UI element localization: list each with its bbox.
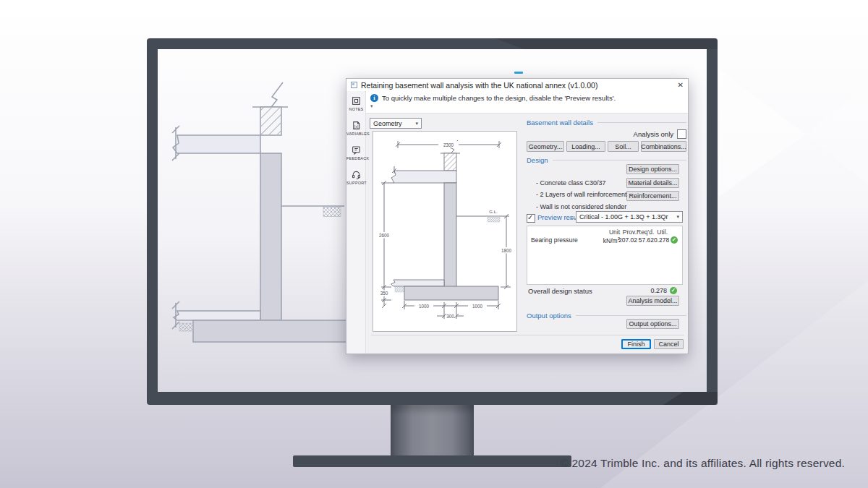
soil-button[interactable]: Soil... <box>608 141 639 152</box>
toolbar-item-variables[interactable]: [x] VARIABLES <box>346 120 366 145</box>
basement-slab <box>174 311 260 320</box>
collapse-chevron-icon[interactable]: ▾ <box>370 103 373 109</box>
side-toolbar: NOTES [x] VARIABLES FEEDBAC <box>346 91 366 354</box>
geometry-button[interactable]: Geometry... <box>527 141 564 152</box>
footing <box>193 320 349 342</box>
soil-hatch <box>395 286 404 292</box>
connector-line <box>570 218 576 219</box>
view-selector-value: Geometry <box>373 120 402 127</box>
section-rule <box>576 315 686 316</box>
section-header-design: Design <box>527 156 686 164</box>
dim-label-left: 2600 <box>379 233 390 238</box>
checkmark-icon: ✓ <box>527 213 533 221</box>
section-header-details: Basement wall details <box>527 119 686 127</box>
geometry-canvas: 2300 2600 1800 350 1000 1000 300 G.L. <box>373 131 517 332</box>
section-rule <box>553 160 686 160</box>
column-header-unit: Unit <box>592 228 620 236</box>
dialog-content: Geometry ▾ <box>366 113 688 354</box>
footing <box>404 286 498 300</box>
pass-status-icon: ✓ <box>671 236 678 244</box>
combination-dropdown[interactable]: Critical - 1.00G + 1.3Q + 1.3Qr ▾ <box>576 211 683 223</box>
svg-text:[x]: [x] <box>354 125 358 129</box>
combinations-button[interactable]: Combinations... <box>641 141 686 152</box>
column-header-util: Util. <box>654 228 668 236</box>
footer-divider <box>371 335 684 335</box>
dim-label-top: 2300 <box>443 142 454 147</box>
variables-icon: [x] <box>351 120 362 131</box>
section-header-text: Basement wall details <box>527 119 593 127</box>
table-row-bearing-pressure: Bearing pressure kN/m2 207.02 57.62 0.27… <box>527 236 682 244</box>
dim-label-footing-depth: 350 <box>380 291 388 296</box>
basement-wall <box>260 153 281 320</box>
section-header-text: Design <box>527 156 548 164</box>
info-banner-text: To quickly make multiple changes to the … <box>382 94 616 102</box>
chevron-down-icon: ▾ <box>676 214 679 220</box>
overall-status-value: 0.278 <box>644 287 667 294</box>
basement-slab <box>391 280 445 286</box>
toolbar-item-feedback[interactable]: FEEDBACK <box>346 145 366 169</box>
loading-button[interactable]: Loading... <box>566 141 605 152</box>
close-icon[interactable]: ✕ <box>678 82 684 89</box>
dim-label-wall-thickness: 300 <box>446 314 454 319</box>
ground-hatch <box>488 218 500 223</box>
result-name: Bearing pressure <box>531 236 578 244</box>
dialog-title: Retaining basement wall analysis with th… <box>361 81 597 90</box>
feedback-icon <box>351 145 362 155</box>
cancel-button[interactable]: Cancel <box>654 339 684 349</box>
info-banner: i To quickly make multiple changes to th… <box>366 91 688 114</box>
design-note: - Wall is not considered slender <box>536 203 626 210</box>
hidden-window-accent <box>514 72 523 74</box>
soil-hatch <box>179 323 193 331</box>
combination-value: Critical - 1.00G + 1.3Q + 1.3Qr <box>579 213 668 221</box>
reinforcement-button[interactable]: Reinforcement... <box>626 191 679 201</box>
geometry-diagram: 2300 2600 1800 350 1000 1000 300 G.L. <box>373 132 516 331</box>
analysis-only-label: Analysis only <box>583 130 673 138</box>
analysis-only-checkbox[interactable] <box>677 129 686 139</box>
results-table: Unit Prov. Req'd. Util. Bearing pressure… <box>527 226 683 285</box>
preview-results-checkbox[interactable]: ✓ <box>527 214 535 223</box>
toolbar-item-label: NOTES <box>346 107 366 111</box>
column-header-prov: Prov. <box>618 228 637 236</box>
column-header-reqd: Req'd. <box>637 228 654 236</box>
dim-label-right: 1800 <box>501 248 512 253</box>
toolbar-item-label: SUPPORT <box>346 181 366 185</box>
toolbar-item-label: VARIABLES <box>346 132 366 136</box>
overall-status-label: Overall design status <box>528 287 592 295</box>
output-options-button[interactable]: Output options... <box>626 319 679 329</box>
design-note: - 2 Layers of wall reinforcement <box>536 191 627 198</box>
section-rule <box>597 122 686 123</box>
dialog-titlebar[interactable]: Retaining basement wall analysis with th… <box>346 79 688 91</box>
results-table-header: Unit Prov. Req'd. Util. <box>527 228 682 236</box>
floor-slab <box>173 135 260 153</box>
material-details-button[interactable]: Material details... <box>626 178 679 188</box>
notes-icon <box>351 95 362 106</box>
pass-status-icon: ✓ <box>670 287 677 294</box>
ground-hatch <box>323 207 341 217</box>
monitor-stand-base <box>293 455 571 467</box>
copyright-text: © 2024 Trimble Inc. and its affiliates. … <box>560 457 845 470</box>
dim-label-toe: 1000 <box>472 304 483 309</box>
result-utilization: 0.278 <box>654 236 668 244</box>
result-required: 57.62 <box>637 236 654 244</box>
marketing-background: Retaining basement wall analysis with th… <box>0 0 868 488</box>
design-options-button[interactable]: Design options... <box>626 164 679 174</box>
section-header-text: Output options <box>527 312 571 320</box>
retaining-wall-dialog: Retaining basement wall analysis with th… <box>346 78 689 354</box>
support-icon <box>351 169 362 180</box>
monitor-stand-neck <box>391 405 474 455</box>
chevron-down-icon: ▾ <box>415 121 418 127</box>
design-note: - Concrete class C30/37 <box>536 179 606 187</box>
toolbar-item-support[interactable]: SUPPORT <box>346 169 366 194</box>
result-provided: 207.02 <box>618 236 637 244</box>
dialog-icon <box>351 82 357 88</box>
basement-wall <box>444 183 456 287</box>
finish-button[interactable]: Finish <box>621 339 651 349</box>
info-icon: i <box>370 94 378 102</box>
dim-label-heel: 1000 <box>419 304 430 309</box>
ground-level-label: G.L. <box>489 210 498 214</box>
result-unit: kN/m2 <box>592 236 620 244</box>
view-selector-dropdown[interactable]: Geometry ▾ <box>370 118 422 129</box>
toolbar-item-label: FEEDBACK <box>346 156 366 160</box>
analysis-model-button[interactable]: Analysis model... <box>626 296 679 306</box>
toolbar-item-notes[interactable]: NOTES <box>346 95 366 120</box>
